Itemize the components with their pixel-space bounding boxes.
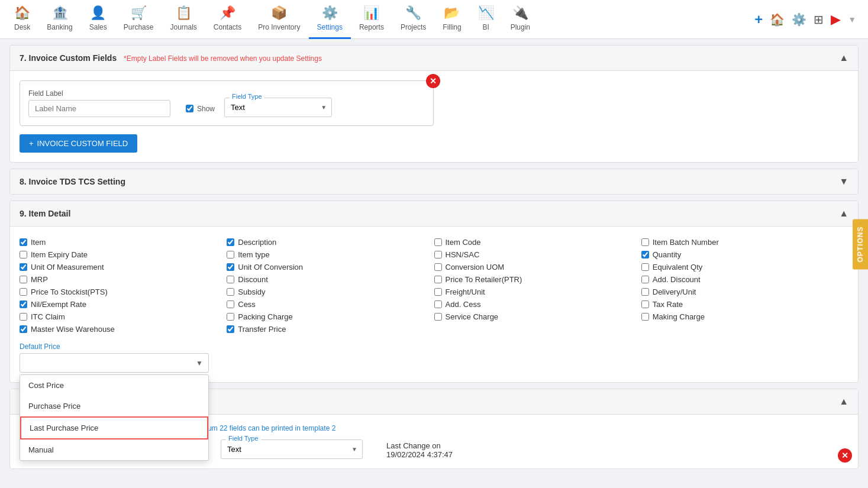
service-charge-checkbox[interactable]	[434, 313, 442, 321]
item-expiry-label[interactable]: Item Expiry Date	[31, 250, 88, 259]
dropdown-item-manual[interactable]: Manual	[20, 439, 208, 460]
freight-unit-label[interactable]: Freight/Unit	[446, 287, 485, 296]
nav-expand-icon[interactable]: ▼	[848, 15, 856, 24]
sidebar-item-projects[interactable]: 🔧 Projects	[392, 0, 434, 39]
conversion-uom-checkbox[interactable]	[434, 263, 442, 271]
sidebar-item-settings[interactable]: ⚙️ Settings	[309, 0, 351, 39]
packing-charge-label[interactable]: Packing Charge	[238, 312, 293, 321]
equivalent-qty-label[interactable]: Equivalent Qty	[653, 263, 703, 272]
subsidy-label[interactable]: Subsidy	[238, 287, 265, 296]
grid-button[interactable]: ⊞	[814, 12, 824, 27]
description-checkbox[interactable]	[227, 238, 234, 246]
show-checkbox[interactable]	[186, 105, 193, 112]
quantity-checkbox[interactable]	[641, 251, 649, 258]
item-code-label[interactable]: Item Code	[446, 238, 481, 247]
item-expiry-checkbox[interactable]	[20, 251, 27, 258]
cess-checkbox[interactable]	[227, 300, 234, 308]
sidebar-item-purchase[interactable]: 🛒 Purchase	[115, 0, 162, 39]
options-tab[interactable]: OPTIONS	[853, 219, 868, 269]
sidebar-item-bi[interactable]: 📉 BI	[470, 0, 502, 39]
add-cess-checkbox[interactable]	[434, 300, 442, 308]
master-warehouse-label[interactable]: Master Wise Warehouse	[31, 325, 115, 334]
pts-checkbox[interactable]	[20, 288, 27, 296]
discount-label[interactable]: Discount	[238, 275, 268, 284]
item-batch-checkbox[interactable]	[641, 238, 649, 246]
mrp-label[interactable]: MRP	[31, 275, 48, 284]
itc-claim-checkbox[interactable]	[20, 313, 27, 321]
nil-exempt-label[interactable]: Nil/Exempt Rate	[31, 300, 86, 309]
conversion-uom-label[interactable]: Conversion UOM	[446, 263, 505, 272]
bottom-section-chevron[interactable]: ▲	[839, 396, 848, 407]
sidebar-item-filling[interactable]: 📂 Filling	[434, 0, 469, 39]
invoice-custom-fields-header[interactable]: 7. Invoice Custom Fields *Empty Label Fi…	[10, 46, 858, 71]
transfer-price-checkbox[interactable]	[227, 325, 234, 333]
sidebar-item-reports[interactable]: 📊 Reports	[351, 0, 392, 39]
subsidy-checkbox[interactable]	[227, 288, 234, 296]
ptr-label[interactable]: Price To Retailer(PTR)	[446, 275, 522, 284]
mrp-checkbox[interactable]	[20, 276, 27, 283]
quantity-label[interactable]: Quantity	[653, 250, 681, 259]
gear-button[interactable]: ⚙️	[792, 12, 806, 27]
delivery-unit-label[interactable]: Delivery/Unit	[653, 287, 696, 296]
invoice-tds-tcs-chevron[interactable]: ▼	[839, 176, 848, 187]
add-discount-label[interactable]: Add. Discount	[653, 275, 701, 284]
show-label[interactable]: Show	[197, 105, 215, 113]
equivalent-qty-checkbox[interactable]	[641, 263, 649, 271]
delivery-unit-checkbox[interactable]	[641, 288, 649, 296]
ptr-checkbox[interactable]	[434, 276, 442, 283]
item-detail-header[interactable]: 9. Item Detail ▲	[10, 201, 858, 227]
pts-label[interactable]: Price To Stockist(PTS)	[31, 287, 108, 296]
description-label[interactable]: Description	[238, 238, 276, 247]
dropdown-item-purchase-price[interactable]: Purchase Price	[20, 396, 208, 416]
itc-claim-label[interactable]: ITC Claim	[31, 312, 65, 321]
sidebar-item-desk[interactable]: 🏠 Desk	[6, 0, 38, 39]
add-invoice-custom-field-button[interactable]: + INVOICE CUSTOM FIELD	[20, 134, 137, 153]
item-checkbox[interactable]	[20, 238, 27, 246]
nil-exempt-checkbox[interactable]	[20, 300, 27, 308]
add-discount-checkbox[interactable]	[641, 276, 649, 283]
invoice-custom-fields-chevron[interactable]: ▲	[839, 53, 848, 63]
uom-label[interactable]: Unit Of Measurement	[31, 263, 104, 272]
item-batch-label[interactable]: Item Batch Number	[653, 238, 719, 247]
add-cess-label[interactable]: Add. Cess	[446, 300, 481, 309]
packing-charge-checkbox[interactable]	[227, 313, 234, 321]
making-charge-label[interactable]: Making Charge	[653, 312, 705, 321]
item-type-checkbox[interactable]	[227, 251, 234, 258]
add-button[interactable]: +	[754, 11, 763, 28]
dropdown-item-last-purchase-price[interactable]: Last Purchase Price	[20, 416, 208, 439]
item-detail-chevron[interactable]: ▲	[839, 208, 848, 219]
tax-rate-label[interactable]: Tax Rate	[653, 300, 683, 309]
field-type-select[interactable]: Text Number Date	[225, 98, 331, 117]
unit-conversion-label[interactable]: Unit Of Conversion	[238, 263, 303, 272]
cess-label[interactable]: Cess	[238, 300, 256, 309]
making-charge-checkbox[interactable]	[641, 313, 649, 321]
transfer-price-label[interactable]: Transfer Price	[238, 325, 286, 334]
sidebar-item-contacts[interactable]: 📌 Contacts	[205, 0, 250, 39]
master-warehouse-checkbox[interactable]	[20, 325, 27, 333]
tax-rate-checkbox[interactable]	[641, 300, 649, 308]
default-price-select[interactable]: Cost Price Purchase Price Last Purchase …	[20, 353, 209, 373]
item-label[interactable]: Item	[31, 238, 46, 247]
discount-checkbox[interactable]	[227, 276, 234, 283]
bottom-field-type-select[interactable]: Text Number Date	[221, 440, 362, 458]
youtube-button[interactable]: ▶	[831, 12, 841, 27]
hsn-sac-label[interactable]: HSN/SAC	[446, 250, 480, 259]
sidebar-item-journals[interactable]: 📋 Journals	[162, 0, 205, 39]
sidebar-item-plugin[interactable]: 🔌 Plugin	[502, 0, 538, 39]
sidebar-item-pro-inventory[interactable]: 📦 Pro Inventory	[250, 0, 308, 39]
service-charge-label[interactable]: Service Charge	[446, 312, 499, 321]
sidebar-item-sales[interactable]: 👤 Sales	[81, 0, 115, 39]
item-type-label[interactable]: Item type	[238, 250, 269, 259]
item-code-checkbox[interactable]	[434, 238, 442, 246]
unit-conversion-checkbox[interactable]	[227, 263, 234, 271]
label-name-input[interactable]	[28, 100, 170, 117]
home-button[interactable]: 🏠	[770, 12, 785, 27]
uom-checkbox[interactable]	[20, 263, 27, 271]
bottom-remove-button[interactable]: ✕	[838, 448, 852, 463]
invoice-tds-tcs-header[interactable]: 8. Invoice TDS TCS Setting ▼	[10, 169, 858, 194]
dropdown-item-cost-price[interactable]: Cost Price	[20, 375, 208, 396]
sidebar-item-banking[interactable]: 🏦 Banking	[38, 0, 80, 39]
freight-unit-checkbox[interactable]	[434, 288, 442, 296]
remove-custom-field-button[interactable]: ✕	[426, 74, 440, 88]
hsn-sac-checkbox[interactable]	[434, 251, 442, 258]
